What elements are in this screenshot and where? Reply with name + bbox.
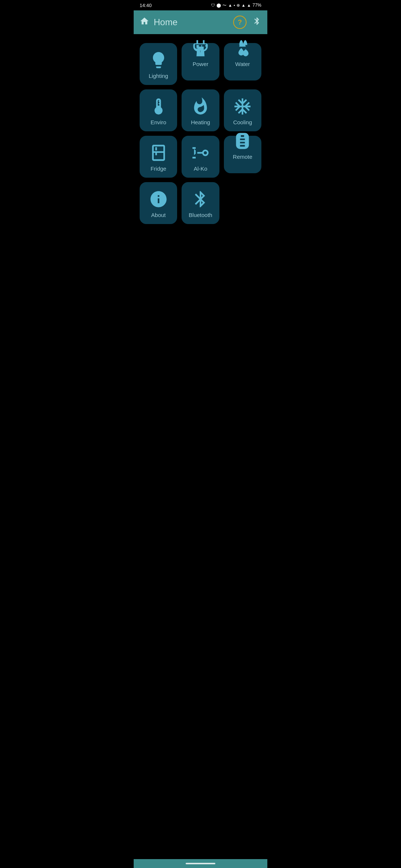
- remote-label: Remote: [233, 154, 252, 160]
- shield-icon: 🛡: [211, 3, 215, 7]
- grid-item-about[interactable]: About: [140, 182, 177, 224]
- heating-label: Heating: [191, 119, 210, 125]
- grid-item-power[interactable]: Power: [182, 43, 219, 80]
- time-display: 14:40: [140, 3, 152, 8]
- header-right: ?: [233, 16, 261, 29]
- plug-icon: [191, 39, 210, 58]
- water-label: Water: [235, 61, 250, 67]
- signal-icon: ▲: [247, 3, 251, 7]
- menu-grid: Lighting Power Water Enviro: [134, 34, 267, 230]
- alko-icon: [191, 143, 210, 162]
- thermometer-icon: [149, 97, 168, 116]
- cooling-label: Cooling: [233, 119, 252, 125]
- plus-circle-icon: ⊕: [237, 3, 240, 8]
- grid-item-fridge[interactable]: Fridge: [140, 136, 177, 178]
- alko-label: Al-Ko: [194, 165, 208, 172]
- grid-item-cooling[interactable]: Cooling: [224, 89, 261, 131]
- power-label: Power: [193, 61, 209, 67]
- fridge-icon: [149, 143, 168, 162]
- grid-item-enviro[interactable]: Enviro: [140, 89, 177, 131]
- bluetooth-icon: [191, 190, 210, 209]
- snowflake-icon: [233, 97, 252, 116]
- dot-icon: •: [234, 3, 235, 7]
- enviro-label: Enviro: [150, 119, 166, 125]
- bluetooth-label: Bluetooth: [189, 212, 212, 218]
- fridge-label: Fridge: [150, 165, 166, 172]
- info-icon: [149, 190, 168, 209]
- grid-item-remote[interactable]: Remote: [224, 136, 261, 173]
- home-icon[interactable]: [140, 16, 149, 28]
- lighting-label: Lighting: [149, 73, 168, 79]
- grid-item-lighting[interactable]: Lighting: [140, 43, 177, 85]
- header-left: Home: [140, 16, 177, 28]
- grid-item-water[interactable]: Water: [224, 43, 261, 80]
- remote-icon2: [233, 131, 252, 151]
- status-bar: 14:40 🛡 ⬤ 〜 ▲ • ⊕ ▲ ▲ 77%: [134, 0, 267, 10]
- status-icons: 🛡 ⬤ 〜 ▲ • ⊕ ▲ ▲ 77%: [211, 3, 261, 8]
- grid-item-bluetooth[interactable]: Bluetooth: [182, 182, 219, 224]
- about-label: About: [151, 212, 166, 218]
- wifi-icon: ▲: [241, 3, 245, 7]
- water-drops-icon2: [233, 39, 252, 58]
- circle-icon: ⬤: [216, 3, 221, 8]
- grid-item-heating[interactable]: Heating: [182, 89, 219, 131]
- lightbulb-icon: [149, 50, 168, 70]
- page-title: Home: [154, 17, 177, 27]
- bluetooth-header-icon[interactable]: [252, 17, 261, 28]
- axon-icon: ▲: [228, 3, 232, 7]
- flame-icon: [191, 97, 210, 116]
- grid-item-alko[interactable]: Al-Ko: [182, 136, 219, 178]
- battery-percentage: 77%: [252, 3, 261, 8]
- notification-icon: 〜: [222, 3, 226, 8]
- help-button[interactable]: ?: [233, 16, 247, 29]
- app-header: Home ?: [134, 10, 267, 34]
